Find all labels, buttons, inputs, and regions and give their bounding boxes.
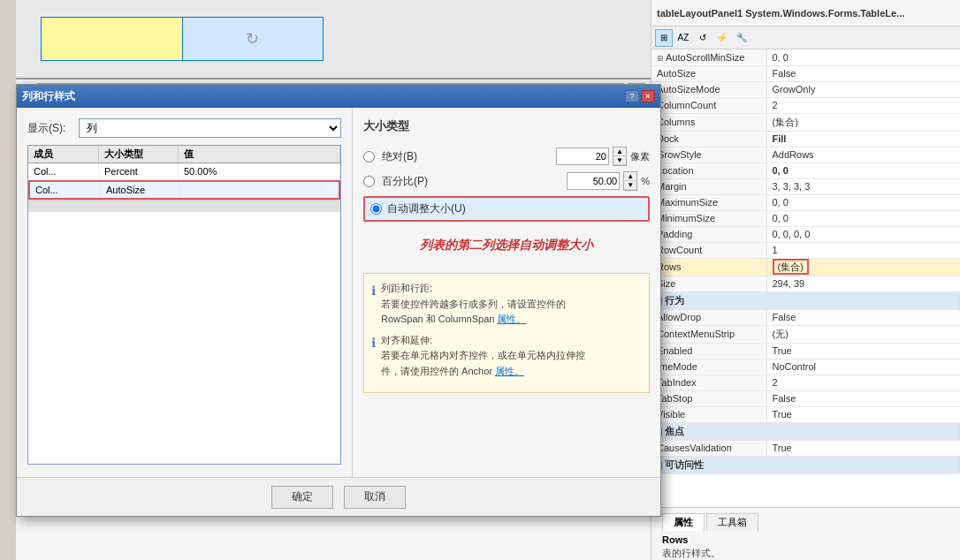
absolute-value-input[interactable] — [556, 148, 609, 165]
member-row-2[interactable]: Col... AutoSize — [28, 180, 340, 200]
absolute-input-group: ▲ ▼ 像素 — [556, 147, 650, 166]
props-footer: 属性 工具箱 Rows 表的行样式。 — [651, 507, 960, 560]
info-box: ℹ 列距和行距: 若要使控件跨越多行或多列，请设置控件的RowSpan 和 Co… — [363, 273, 650, 393]
table-row[interactable]: TabStop False — [651, 390, 960, 406]
tab-properties[interactable]: 属性 — [662, 513, 705, 531]
props-btn-5[interactable]: 🔧 — [733, 29, 750, 47]
radio-autosize-label: 自动调整大小(U) — [387, 201, 466, 216]
design-cell-2: ↻ — [183, 18, 324, 60]
table-row[interactable]: Enabled True — [651, 343, 960, 359]
dialog-footer: 确定 取消 — [17, 477, 660, 516]
info-row-1: ℹ 列距和行距: 若要使控件跨越多行或多列，请设置控件的RowSpan 和 Co… — [371, 281, 642, 328]
table-row[interactable]: ⊞AutoScrollMinSize 0, 0 — [651, 49, 960, 65]
cancel-button[interactable]: 取消 — [344, 486, 406, 509]
member-table: 成员 大小类型 值 Col... Percent 50.00% Col... A… — [27, 145, 341, 465]
footer-desc: 表的行样式。 — [662, 547, 949, 560]
info-text-2: 对齐和延伸: 若要在单元格内对齐控件，或在单元格内拉伸控件，请使用控件的 Anc… — [381, 333, 585, 380]
props-content[interactable]: ⊞AutoScrollMinSize 0, 0 AutoSize False A… — [651, 49, 960, 507]
radio-group: 绝对(B) ▲ ▼ 像素 百分比(P) — [363, 147, 650, 222]
rows-row[interactable]: Rows (集合) — [651, 258, 960, 276]
table-row[interactable]: MaximumSize 0, 0 — [651, 194, 960, 210]
radio-row-absolute: 绝对(B) ▲ ▼ 像素 — [363, 147, 650, 166]
percent-spin-up[interactable]: ▲ — [624, 172, 636, 181]
table-row[interactable]: GrowStyle AddRows — [651, 147, 960, 163]
radio-row-percent: 百分比(P) ▲ ▼ % — [363, 171, 650, 191]
radio-percent[interactable] — [363, 176, 375, 187]
section-header-behavior: ▮ 行为 — [651, 291, 960, 309]
confirm-button[interactable]: 确定 — [271, 486, 333, 509]
props-tabs: 属性 工具箱 — [657, 513, 955, 531]
events-btn[interactable]: ⚡ — [713, 29, 731, 47]
table-row[interactable]: RowCount 1 — [651, 242, 960, 258]
table-row[interactable]: TabIndex 2 — [651, 375, 960, 390]
dialog-right-panel: 大小类型 绝对(B) ▲ ▼ 像素 — [353, 108, 660, 516]
radio-absolute[interactable] — [363, 151, 375, 163]
props-table: ⊞AutoScrollMinSize 0, 0 AutoSize False A… — [651, 49, 960, 474]
member-row-1[interactable]: Col... Percent 50.00% — [28, 163, 340, 180]
member-table-header: 成员 大小类型 值 — [28, 146, 340, 163]
member-cell-2-value — [180, 182, 339, 198]
absolute-unit: 像素 — [630, 150, 650, 163]
info-row-2: ℹ 对齐和延伸: 若要在单元格内对齐控件，或在单元格内拉伸控件，请使用控件的 A… — [371, 333, 642, 380]
radio-percent-label: 百分比(P) — [382, 174, 428, 189]
categorized-btn[interactable]: ⊞ — [655, 29, 673, 47]
annotation-text: 列表的第二列选择自动调整大小 — [363, 238, 650, 254]
member-table-scrollbar[interactable] — [28, 200, 340, 212]
radio-row-autosize[interactable]: 自动调整大小(U) — [363, 196, 650, 222]
col-header-member: 成员 — [28, 146, 99, 163]
col-header-value: 值 — [179, 146, 340, 163]
percent-value-input[interactable] — [567, 172, 620, 190]
percent-spinner[interactable]: ▲ ▼ — [623, 171, 637, 191]
design-surface: ↻ — [16, 0, 651, 79]
absolute-spinner[interactable]: ▲ ▼ — [613, 147, 627, 166]
alphabetical-btn[interactable]: AZ — [674, 29, 692, 47]
member-cell-2-name: Col... — [30, 182, 101, 198]
info1-link[interactable]: 属性。 — [497, 314, 526, 324]
display-select[interactable]: 列 行 — [79, 118, 341, 138]
section-header-accessibility: ▮ 可访问性 — [651, 456, 960, 473]
percent-spin-down[interactable]: ▼ — [624, 181, 636, 190]
dialog-body: 显示(S): 列 行 成员 大小类型 值 Col... Percent 50.0… — [17, 108, 660, 516]
props-title: tableLayoutPanel1 System.Windows.Forms.T… — [657, 8, 904, 19]
col-header-sizetype: 大小类型 — [99, 146, 179, 163]
spin-up[interactable]: ▲ — [613, 148, 626, 156]
dialog-close-btn[interactable]: ✕ — [641, 90, 655, 102]
dialog-help-btn[interactable]: ? — [625, 90, 639, 102]
info2-body: 若要在单元格内对齐控件，或在单元格内拉伸控件，请使用控件的 Anchor — [381, 350, 585, 376]
info1-body: 若要使控件跨越多行或多列，请设置控件的RowSpan 和 ColumnSpan — [381, 299, 566, 325]
table-row[interactable]: AutoSizeMode GrowOnly — [651, 81, 960, 97]
table-row[interactable]: Margin 3, 3, 3, 3 — [651, 178, 960, 194]
table-row[interactable]: MinimumSize 0, 0 — [651, 210, 960, 226]
table-row[interactable]: Columns (集合) — [651, 113, 960, 131]
table-row[interactable]: Size 294, 39 — [651, 276, 960, 291]
props-header: tableLayoutPanel1 System.Windows.Forms.T… — [651, 0, 960, 26]
member-cell-1-name: Col... — [28, 163, 99, 179]
percent-input-group: ▲ ▼ % — [567, 171, 650, 191]
info-icon-1: ℹ — [371, 281, 376, 328]
footer-title: Rows — [662, 534, 949, 545]
table-row[interactable]: Location 0, 0 — [651, 163, 960, 178]
table-row[interactable]: AutoSize False — [651, 65, 960, 81]
display-label: 显示(S): — [27, 121, 72, 136]
table-row[interactable]: Padding 0, 0, 0, 0 — [651, 226, 960, 242]
table-row[interactable]: AllowDrop False — [651, 309, 960, 325]
dialog-column-row-styles: 列和行样式 ? ✕ 显示(S): 列 行 成员 大小类型 值 — [16, 84, 661, 517]
spin-down[interactable]: ▼ — [613, 156, 626, 165]
table-row[interactable]: ColumnCount 2 — [651, 97, 960, 113]
props-btn-3[interactable]: ↺ — [694, 29, 712, 47]
member-cell-2-type: AutoSize — [101, 182, 180, 198]
props-toolbar: ⊞ AZ ↺ ⚡ 🔧 — [651, 26, 960, 49]
table-row[interactable]: ContextMenuStrip (无) — [651, 325, 960, 343]
table-row[interactable]: Visible True — [651, 406, 960, 422]
info-text-1: 列距和行距: 若要使控件跨越多行或多列，请设置控件的RowSpan 和 Colu… — [381, 281, 566, 328]
tab-toolbox[interactable]: 工具箱 — [706, 513, 758, 531]
design-table: ↻ — [41, 17, 324, 61]
table-row[interactable]: CausesValidation True — [651, 440, 960, 456]
member-cell-1-value: 50.00% — [179, 163, 340, 179]
member-cell-1-type: Percent — [99, 163, 179, 179]
table-row[interactable]: Dock Fill — [651, 131, 960, 147]
info-icon-2: ℹ — [371, 333, 376, 380]
table-row[interactable]: ImeMode NoControl — [651, 359, 960, 375]
info2-link[interactable]: 属性。 — [495, 366, 524, 376]
radio-autosize[interactable] — [370, 203, 382, 215]
